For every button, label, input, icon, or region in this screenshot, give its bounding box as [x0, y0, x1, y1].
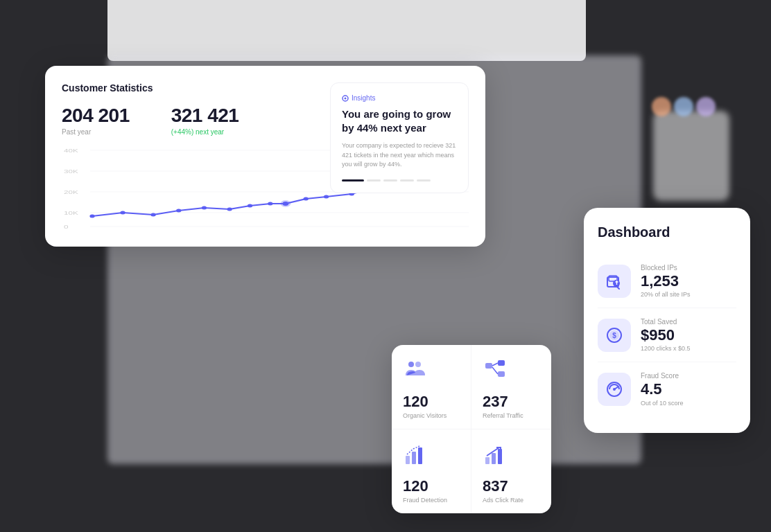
svg-rect-52	[492, 453, 496, 464]
next-year-value: 321 421	[171, 105, 239, 127]
svg-point-65	[613, 388, 616, 391]
svg-point-11	[120, 211, 125, 215]
referral-traffic-cell: 237 Referral Traffic	[471, 345, 551, 429]
organic-visitors-cell: 120 Organic Visitors	[392, 345, 471, 429]
total-saved-value: $950	[641, 327, 691, 344]
ads-click-rate-value: 837	[483, 477, 508, 495]
total-saved-label: Total Saved	[641, 318, 691, 326]
insights-tag: Insights	[342, 94, 457, 102]
blur-user-card	[653, 111, 729, 201]
past-year-label: Past year	[62, 128, 130, 136]
referral-traffic-value: 237	[483, 393, 508, 411]
dashboard-card: Dashboard Blocked IPs 1,253 20% of all s…	[584, 208, 750, 433]
fraud-score-sub: Out of 10 score	[641, 400, 684, 407]
svg-rect-48	[406, 456, 410, 464]
fraud-detection-cell: 120 Fraud Detection	[392, 429, 471, 513]
svg-point-13	[176, 209, 181, 213]
svg-point-28	[282, 202, 288, 206]
ads-click-rate-icon	[483, 442, 508, 472]
svg-point-15	[227, 208, 232, 211]
fraud-score-label: Fraud Score	[641, 372, 684, 380]
total-saved-icon: $	[598, 319, 631, 352]
blocked-ips-value: 1,253	[641, 273, 691, 290]
fraud-detection-icon	[403, 442, 428, 472]
svg-point-43	[408, 362, 414, 367]
avatar-3	[696, 97, 716, 116]
fraud-score-text: Fraud Score 4.5 Out of 10 score	[641, 372, 684, 406]
svg-text:40K: 40K	[64, 148, 78, 154]
svg-point-14	[202, 206, 207, 210]
blocked-ips-text: Blocked IPs 1,253 20% of all site IPs	[641, 264, 691, 298]
total-saved-sub: 1200 clicks x $0.5	[641, 345, 691, 352]
insights-heading: You are going to grow by 44% next year	[342, 107, 457, 134]
svg-rect-49	[412, 452, 416, 464]
fraud-detection-value: 120	[403, 477, 428, 495]
svg-rect-50	[418, 447, 422, 464]
referral-traffic-label: Referral Traffic	[483, 412, 523, 419]
svg-point-42	[345, 97, 347, 99]
insights-body: Your company is expected to recieve 321 …	[342, 141, 457, 170]
customer-stats-card: Customer Statistics 204 201 Past year 32…	[45, 66, 485, 247]
svg-point-16	[248, 204, 252, 208]
organic-visitors-label: Organic Visitors	[403, 412, 447, 419]
line-gray-3	[400, 179, 414, 181]
svg-point-44	[415, 362, 421, 367]
paper-top	[107, 0, 586, 61]
next-year-growth: (+44%) next year	[171, 128, 239, 136]
next-year-group: 321 421 (+44%) next year	[171, 105, 239, 136]
svg-text:20K: 20K	[64, 189, 78, 195]
insights-lines	[342, 179, 457, 181]
referral-traffic-icon	[483, 357, 508, 387]
svg-rect-51	[485, 457, 490, 464]
mini-stats-card: 120 Organic Visitors 237 Referral Traffi…	[392, 345, 551, 513]
fraud-score-icon	[598, 373, 631, 406]
past-year-value: 204 201	[62, 105, 130, 127]
fraud-detection-label: Fraud Detection	[403, 497, 447, 504]
blocked-ips-sub: 20% of all site IPs	[641, 291, 691, 298]
svg-rect-47	[498, 371, 505, 377]
fraud-score-item: Fraud Score 4.5 Out of 10 score	[598, 362, 736, 416]
ads-click-rate-cell: 837 Ads Click Rate	[471, 429, 551, 513]
organic-visitors-icon	[403, 357, 428, 387]
avatar-1	[652, 97, 671, 116]
svg-point-19	[304, 197, 309, 201]
line-gray-4	[417, 179, 431, 181]
blocked-ips-label: Blocked IPs	[641, 264, 691, 272]
insights-icon	[342, 95, 349, 102]
insights-panel: Insights You are going to grow by 44% ne…	[330, 82, 469, 193]
total-saved-item: $ Total Saved $950 1200 clicks x $0.5	[598, 308, 736, 362]
past-year-group: 204 201 Past year	[62, 105, 130, 136]
svg-text:30K: 30K	[64, 168, 78, 175]
svg-point-20	[324, 195, 329, 199]
svg-point-10	[89, 215, 94, 218]
mini-stats-grid: 120 Organic Visitors 237 Referral Traffi…	[392, 345, 551, 513]
svg-point-17	[268, 202, 272, 206]
blocked-ips-icon	[598, 265, 631, 298]
fraud-score-value: 4.5	[641, 381, 684, 398]
svg-rect-46	[498, 360, 505, 366]
svg-text:0: 0	[64, 224, 69, 230]
ads-click-rate-label: Ads Click Rate	[483, 497, 523, 504]
blocked-ips-item: Blocked IPs 1,253 20% of all site IPs	[598, 254, 736, 308]
svg-text:$: $	[612, 332, 616, 339]
avatar-row	[652, 97, 716, 116]
avatar-2	[674, 97, 693, 116]
dashboard-title: Dashboard	[598, 224, 736, 240]
line-gray-2	[383, 179, 397, 181]
line-gray-1	[367, 179, 381, 181]
svg-rect-45	[485, 363, 492, 369]
svg-point-12	[150, 213, 155, 217]
total-saved-text: Total Saved $950 1200 clicks x $0.5	[641, 318, 691, 352]
svg-text:10K: 10K	[64, 210, 78, 216]
line-dark	[342, 179, 364, 181]
organic-visitors-value: 120	[403, 393, 428, 411]
